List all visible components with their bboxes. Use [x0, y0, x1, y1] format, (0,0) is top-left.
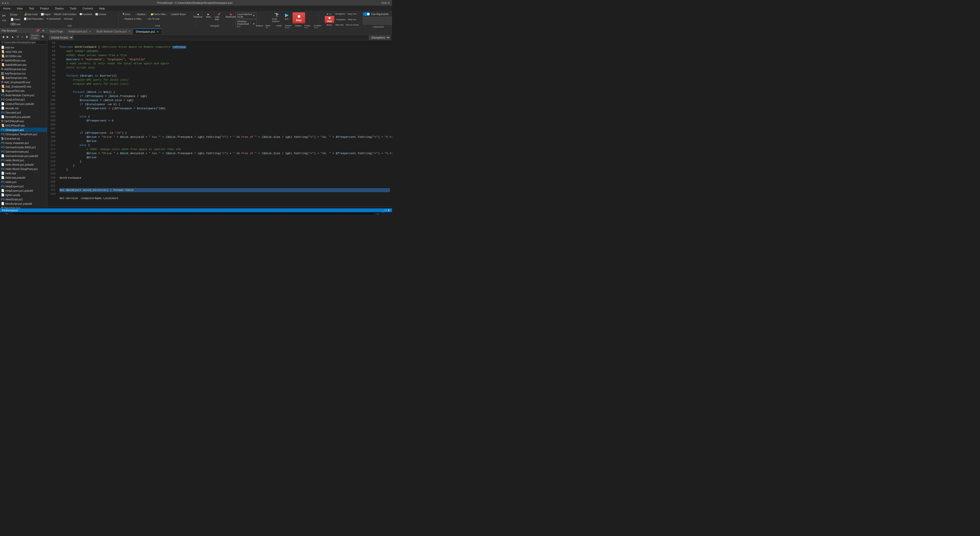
next-button[interactable]: ▶Next	[204, 12, 213, 19]
tab-deploy[interactable]: Deploy	[52, 6, 67, 11]
file-item-add-emp-vbs[interactable]: 📜 Add_EmployeeID.vbs	[0, 84, 47, 89]
build-edit-button[interactable]: ⚙ Build / Edit Function	[52, 12, 78, 16]
perf-minimize-btn[interactable]: _	[382, 208, 383, 212]
platform-select[interactable]: Local Machine 64 Bit ▼	[235, 12, 257, 19]
file-item-hello-world-temp[interactable]: PS Hello World.TempPoint.ps1	[0, 167, 47, 171]
match-brace-button[interactable]: { } Match Brace	[169, 12, 187, 16]
edit-params-button[interactable]: 📝 Edit Parameters	[23, 17, 45, 21]
use-arguments-toggle[interactable]: Use Arguments	[363, 12, 388, 16]
file-item-newuser-exe[interactable]: ⚙ NewUser.exe	[0, 206, 47, 208]
file-item-german-ps1[interactable]: PS GermanInclude.ps1	[0, 150, 47, 154]
stop-button-build[interactable]: ⏹ Stop	[293, 12, 305, 24]
replace-in-files-button[interactable]: ↔ Replace in Files...	[121, 17, 145, 21]
file-item-drivespace-temp[interactable]: PS Drivespace.TempPoint.ps1	[0, 132, 47, 136]
file-browser-close[interactable]: ✕	[41, 29, 45, 33]
file-item-newscript[interactable]: PS NewScript.ps1	[0, 197, 47, 201]
last-edit-button[interactable]: 📌Last Edit	[213, 12, 224, 21]
fb-delete-btn[interactable]: 🗑	[24, 35, 29, 39]
file-item-german-psbuild[interactable]: 📄 GermanInclude.ps1.psbuild	[0, 154, 47, 158]
tab-start-page[interactable]: Start Page	[47, 28, 66, 35]
file-item-cmdlet-psbuild[interactable]: 📄 CmdLetTest.ps1.psbuild	[0, 102, 47, 106]
convert-button[interactable]: 🔄 Convert	[94, 12, 107, 16]
global-scope-select[interactable]: (Global Scope)	[49, 35, 73, 40]
tab-helpexport[interactable]: HelpExport.ps1 ✕	[66, 28, 94, 35]
tracepoint-button[interactable]: Tracepoint	[335, 18, 347, 21]
step-over-button[interactable]: Step Over	[347, 12, 358, 16]
file-tree[interactable]: 📄 test me 📜 16017481.vbs 📜 $CODf64.vbs ⚙…	[0, 45, 47, 208]
file-item-add4048user-exe[interactable]: ⚙ Add4048User.exe	[0, 58, 47, 62]
file-item-hello-bat[interactable]: 📄 Hello.bat	[0, 171, 47, 175]
break-button[interactable]: Break	[325, 23, 334, 27]
run-to-cursor-button[interactable]: Run to Cursor	[345, 23, 360, 27]
region-button[interactable]: ⬜ Region	[40, 12, 52, 16]
tab-tools[interactable]: Tools	[67, 6, 80, 11]
file-item-addtempuser-exe[interactable]: ⚙ AddTempUser.exe	[0, 67, 47, 71]
tab-drivespace-close[interactable]: ✕	[157, 30, 159, 33]
tab-test[interactable]: Test	[26, 6, 37, 11]
tab-home[interactable]: Home	[0, 6, 14, 11]
arguments-input[interactable]	[363, 17, 392, 24]
fb-forward-btn[interactable]: ▶	[6, 35, 10, 39]
uncomment-button[interactable]: ✦ Uncomment	[45, 17, 62, 21]
file-item-drivespace[interactable]: PS Drivespace.ps1	[0, 127, 47, 132]
file-item-extracted-zip[interactable]: 🗜 Extracted.zip	[0, 136, 47, 141]
search-input[interactable]: Search Folder	[30, 34, 40, 40]
file-item-16017481[interactable]: 📜 16017481.vbs	[0, 49, 47, 54]
code-content[interactable]: function GetDriveSpace { #Retrieve Drive…	[57, 40, 392, 206]
stop-button-debug[interactable]: ⏹ Stop	[325, 16, 334, 23]
file-item-hello-ps1[interactable]: PS Hello.ps1	[0, 180, 47, 184]
step-out-button[interactable]: Step Out	[347, 18, 357, 21]
fb-back-btn[interactable]: ◀	[1, 35, 5, 39]
fb-new-btn[interactable]: +	[21, 35, 24, 39]
file-item-helpexport[interactable]: PS HelpExport.ps1	[0, 184, 47, 188]
file-item-cmdlet-test[interactable]: PS CmdLetTest.ps1	[0, 97, 47, 102]
file-item-decodelf-psbuild[interactable]: 📄 Decodelf.ps1.psbuild	[0, 115, 47, 119]
goto-line-button[interactable]: → Go To Line	[145, 17, 161, 21]
sign-script-button[interactable]: 🔏 Sign script	[23, 12, 39, 16]
fb-up-btn[interactable]: ▲	[10, 35, 15, 39]
cut-button[interactable]: ✂ Cut	[0, 12, 9, 22]
tab-build-module-close[interactable]: ✕	[128, 30, 130, 33]
erase-button[interactable]: ⌫ Erase	[9, 22, 22, 27]
file-item-add-emp-exe[interactable]: ⚙ Add_EmployeeID.exe	[0, 80, 47, 84]
file-item-scod[interactable]: 📜 $CODf64.vbs	[0, 54, 47, 58]
editor-hscroll[interactable]	[47, 206, 392, 208]
comment-button[interactable]: 💬 Comment	[78, 12, 94, 16]
breakpoint-button[interactable]: Breakpoint	[334, 12, 346, 16]
find-in-files-button[interactable]: 📁 Find in Files...	[149, 12, 169, 16]
file-item-add4048user-vbs[interactable]: 📜 Add4048User.vbs	[0, 62, 47, 67]
tab-project[interactable]: Project	[37, 6, 52, 11]
toggle-track[interactable]	[363, 12, 370, 16]
previous-button[interactable]: ◀Previous	[192, 12, 204, 19]
perf-maximize-btn[interactable]: □	[385, 208, 387, 212]
fb-refresh-btn[interactable]: ↺	[16, 35, 20, 39]
tab-helpexport-close[interactable]: ✕	[89, 30, 91, 33]
file-browser-pin[interactable]: 📌	[35, 29, 41, 33]
file-item-decodeif[interactable]: PS Decodeif.ps1	[0, 110, 47, 115]
copy-button[interactable]: ⎘ Copy	[9, 12, 22, 17]
tab-drivespace[interactable]: Drivespace.ps1 ✕	[133, 28, 162, 35]
file-item-lightin[interactable]: 📄 lightin.wsobj	[0, 193, 47, 197]
tab-help[interactable]: Help	[96, 6, 108, 11]
file-item-addtempuser-ico[interactable]: 🖼 AddTempUser.ico	[0, 71, 47, 76]
file-item-hello-bat-psbuild[interactable]: 📄 Hello.bat.psbuild	[0, 175, 47, 180]
perf-close-btn[interactable]: ✕	[387, 208, 390, 212]
file-item-dhcp-vbs[interactable]: 📜 DHCPResIP.vbs	[0, 123, 47, 127]
navigation-select[interactable]: (Navigation)	[369, 35, 390, 40]
step-into-button[interactable]: Step Into	[334, 23, 345, 27]
tab-view[interactable]: View	[14, 6, 26, 11]
paste-button[interactable]: 📋 Paste	[9, 17, 22, 22]
file-item-dhcp-exe[interactable]: ⚙ DHCPResIP.exe	[0, 119, 47, 123]
file-item-hello-world[interactable]: PS Hello World.ps1	[0, 158, 47, 162]
file-item-funny[interactable]: PS funny character.ps1	[0, 141, 47, 145]
go-button[interactable]: ▶ Go	[325, 12, 334, 16]
file-item-testme[interactable]: 📄 test me	[0, 45, 47, 49]
format-button[interactable]: ≡ Format	[63, 17, 74, 21]
file-item-german-ansi[interactable]: PS GermanInclude.ANSI.ps1	[0, 145, 47, 150]
tab-build-module[interactable]: Build Module Cache.ps1 ✕	[94, 28, 133, 35]
file-item-helpexport-psbuild[interactable]: 📄 HelpExport.ps1.psbuild	[0, 188, 47, 193]
tab-connect[interactable]: Connect	[80, 6, 96, 11]
file-item-addtempuser-vbs[interactable]: 📜 AddTempUser.vbs	[0, 76, 47, 80]
find-button[interactable]: 🔍 Find...	[121, 12, 133, 16]
file-item-argount[interactable]: 📜 ArgountTest.vbs	[0, 89, 47, 93]
